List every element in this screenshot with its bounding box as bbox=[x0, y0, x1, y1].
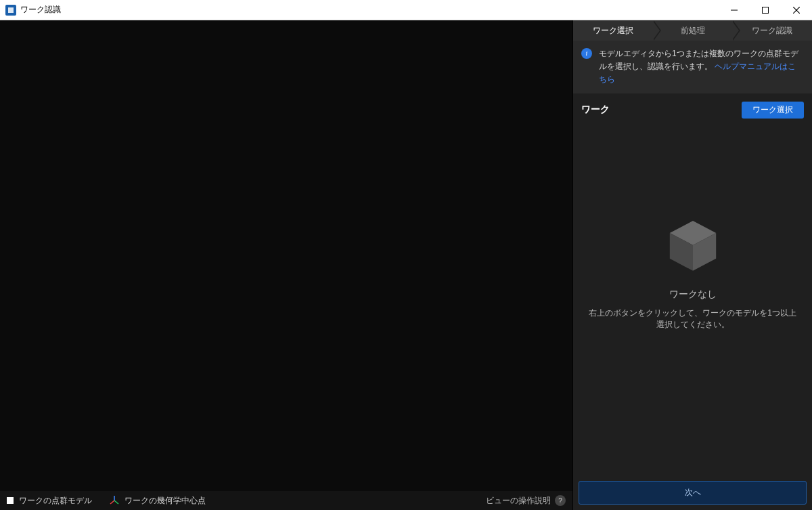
close-button[interactable] bbox=[781, 0, 812, 20]
step-preprocess[interactable]: 前処理 bbox=[653, 20, 733, 41]
svg-rect-2 bbox=[763, 7, 769, 13]
statusbar: ワークの点群モデル ワークの幾何学中心点 ビューの操作説明 ? bbox=[0, 491, 572, 510]
content: ワークの点群モデル ワークの幾何学中心点 ビューの操作説明 ? bbox=[0, 20, 812, 510]
window-title: ワーク認識 bbox=[20, 4, 61, 16]
step-label: 前処理 bbox=[681, 25, 705, 37]
step-label: ワーク認識 bbox=[752, 25, 792, 37]
empty-title: ワークなし bbox=[669, 289, 717, 301]
main-view: ワークの点群モデル ワークの幾何学中心点 ビューの操作説明 ? bbox=[0, 20, 572, 510]
info-icon: i bbox=[581, 48, 592, 59]
status-view-help-label: ビューの操作説明 bbox=[486, 495, 551, 507]
maximize-button[interactable] bbox=[750, 0, 781, 20]
axis-icon bbox=[110, 495, 119, 507]
next-button[interactable]: 次へ bbox=[579, 481, 807, 505]
app-icon bbox=[5, 5, 16, 16]
wizard-steps: ワーク選択 前処理 ワーク認識 bbox=[573, 20, 812, 41]
status-centroid-label: ワークの幾何学中心点 bbox=[125, 495, 206, 507]
status-centroid: ワークの幾何学中心点 bbox=[110, 495, 206, 507]
sidebar: ワーク選択 前処理 ワーク認識 i モデルエディタから1つまたは複数のワークの点… bbox=[572, 20, 812, 510]
step-work-select[interactable]: ワーク選択 bbox=[573, 20, 653, 41]
status-view-help[interactable]: ビューの操作説明 ? bbox=[486, 495, 566, 507]
empty-state: ワークなし 右上のボタンをクリックして、ワークのモデルを1つ以上選択してください… bbox=[573, 70, 812, 475]
status-pointcloud: ワークの点群モデル bbox=[7, 495, 92, 507]
cube-icon bbox=[662, 215, 723, 278]
step-label: ワーク選択 bbox=[593, 25, 633, 37]
svg-rect-0 bbox=[8, 7, 14, 13]
status-pointcloud-label: ワークの点群モデル bbox=[19, 495, 92, 507]
minimize-button[interactable] bbox=[719, 0, 750, 20]
svg-line-6 bbox=[110, 501, 114, 504]
titlebar: ワーク認識 bbox=[0, 0, 812, 20]
viewport-3d[interactable] bbox=[0, 20, 572, 491]
swatch-white-icon bbox=[7, 497, 14, 504]
empty-desc: 右上のボタンをクリックして、ワークのモデルを1つ以上選択してください。 bbox=[587, 307, 798, 331]
step-work-recognition[interactable]: ワーク認識 bbox=[732, 20, 812, 41]
help-icon: ? bbox=[555, 495, 566, 506]
svg-line-7 bbox=[114, 501, 118, 504]
